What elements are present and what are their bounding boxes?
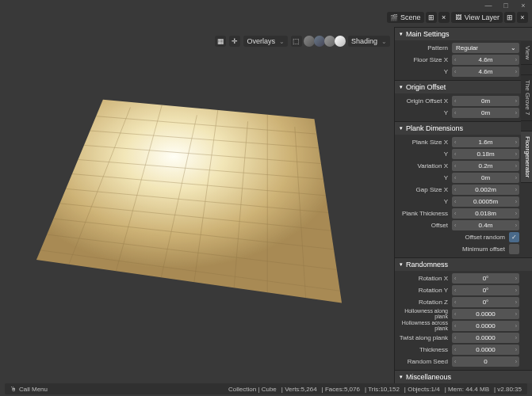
shading-wireframe-icon[interactable] (304, 36, 315, 47)
variation-y-field[interactable]: 0m (452, 173, 519, 183)
plank-thickness-field[interactable]: 0.018m (452, 208, 519, 219)
disclosure-icon: ▾ (400, 261, 403, 268)
vtab-spacer2 (521, 121, 532, 131)
vtab-spacer (521, 65, 532, 75)
window-minimize[interactable]: — (480, 0, 497, 11)
vtab-grove[interactable]: The Grove 7 (521, 75, 532, 120)
hollowness-along-field[interactable]: 0.0000 (452, 309, 519, 319)
section-plank-dimensions[interactable]: ▾Plank Dimensions (395, 122, 532, 135)
shading-material-icon[interactable] (324, 36, 335, 47)
random-seed-field[interactable]: 0 (452, 356, 519, 367)
section-main-settings[interactable]: ▾Main Settings (395, 28, 532, 40)
floor-object[interactable] (33, 82, 346, 320)
origin-offset-y-field[interactable]: 0m (452, 108, 519, 118)
viewport-toolbar-right: ▦ ✛ Overlays ⌄ ⬚ Shading ⌄ (214, 35, 391, 48)
floor-size-x-field[interactable]: 4.6m (452, 55, 519, 65)
viewport-3d[interactable]: ▦ ✛ Overlays ⌄ ⬚ Shading ⌄ (5, 27, 394, 383)
vtab-view[interactable]: View (521, 41, 532, 65)
scene-icon: 🎬 (390, 13, 398, 21)
header-bar: 🎬 Scene ⊞ × 🖼 View Layer ⊞ × (0, 11, 532, 24)
shading-rendered-icon[interactable] (335, 36, 346, 47)
vtab-floorgenerator[interactable]: Floorgenerator (521, 131, 532, 183)
viewlayer-label: View Layer (465, 13, 499, 21)
disclosure-icon: ▾ (400, 31, 403, 37)
viewlayer-selector[interactable]: 🖼 View Layer (451, 12, 503, 23)
svg-marker-1 (36, 100, 342, 303)
status-version: | v2.80:35 (492, 386, 524, 393)
scene-label: Scene (400, 13, 421, 21)
overlays-toggle[interactable]: Overlays ⌄ (243, 36, 288, 47)
disclosure-icon: ▾ (400, 125, 403, 131)
pattern-dropdown[interactable]: Regular (452, 43, 519, 53)
offset-random-checkbox[interactable]: ✓ (509, 232, 519, 242)
rotation-z-field[interactable]: 0° (452, 297, 519, 307)
shading-dropdown[interactable]: Shading ⌄ (348, 36, 390, 47)
floor-size-y-field[interactable]: 4.6m (452, 67, 519, 77)
twist-field[interactable]: 0.0000 (452, 333, 519, 343)
thickness-field[interactable]: 0.0000 (452, 345, 519, 355)
window-maximize[interactable]: □ (497, 0, 515, 11)
properties-panel: ▾Main Settings PatternRegular Floor Size… (394, 27, 532, 383)
gap-size-y-field[interactable]: 0.0005m (452, 196, 519, 207)
view-button[interactable]: ▦ (215, 36, 226, 47)
scene-browse-button[interactable]: ⊞ (426, 12, 437, 23)
scene-selector[interactable]: 🎬 Scene (387, 12, 424, 23)
section-origin-offset[interactable]: ▾Origin Offset (395, 81, 532, 93)
plank-size-y-field[interactable]: 0.18m (452, 149, 519, 159)
rotation-y-field[interactable]: 0° (452, 285, 519, 295)
section-randomness[interactable]: ▾Randomness (395, 258, 532, 271)
window-close[interactable]: × (515, 0, 532, 11)
viewlayer-icon: 🖼 (454, 13, 462, 21)
offset-field[interactable]: 0.4m (452, 220, 519, 230)
plank-size-x-field[interactable]: 1.6m (452, 137, 519, 147)
status-bar: 🖱 Call Menu Collection | Cube | Verts:5,… (5, 383, 527, 394)
gizmo-button[interactable]: ✛ (229, 36, 240, 47)
scene-close-button[interactable]: × (438, 12, 450, 23)
gap-size-x-field[interactable]: 0.002m (452, 185, 519, 195)
call-menu-hint: Call Menu (19, 386, 48, 393)
variation-x-field[interactable]: 0.2m (452, 161, 519, 171)
section-miscellaneous[interactable]: ▾Miscellaneous (395, 371, 532, 383)
hollowness-across-field[interactable]: 0.0000 (452, 321, 519, 331)
origin-offset-x-field[interactable]: 0m (452, 96, 519, 106)
viewlayer-close-button[interactable]: × (517, 12, 528, 23)
vertical-tabs: View The Grove 7 Floorgenerator (521, 41, 532, 183)
disclosure-icon: ▾ (400, 374, 403, 380)
minimum-offset-checkbox[interactable] (509, 244, 519, 254)
shading-mode-spheres[interactable] (304, 36, 346, 47)
xray-button[interactable]: ⬚ (291, 36, 302, 47)
disclosure-icon: ▾ (400, 84, 403, 90)
status-collection: Collection | Cube (226, 386, 279, 393)
cursor-icon: 🖱 (8, 383, 19, 394)
shading-solid-icon[interactable] (314, 36, 325, 47)
viewlayer-browse-button[interactable]: ⊞ (504, 12, 515, 23)
rotation-x-field[interactable]: 0° (452, 273, 519, 284)
